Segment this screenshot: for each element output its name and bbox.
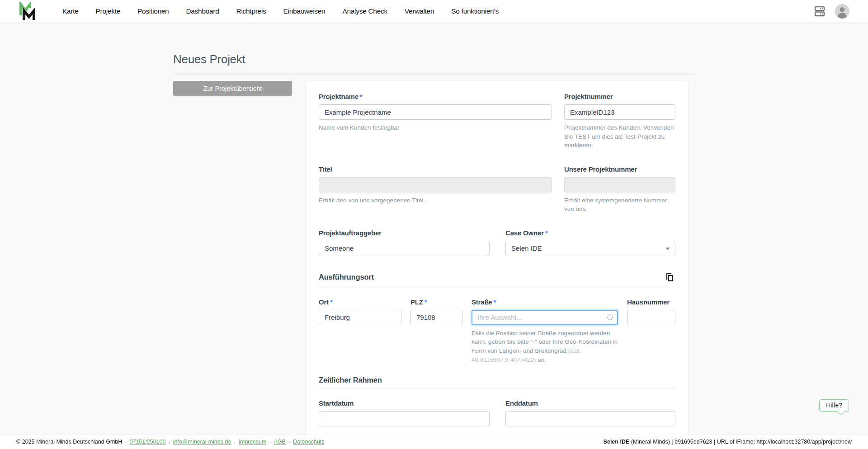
projektnummer-input[interactable] — [564, 104, 675, 120]
projektname-label: Projektname* — [319, 93, 552, 100]
enddatum-input[interactable] — [505, 411, 675, 426]
user-avatar-icon[interactable] — [835, 4, 850, 19]
ort-label: Ort* — [319, 298, 401, 306]
required-asterisk: * — [360, 93, 363, 100]
field-case-owner: Case Owner* Selen IDE — [505, 229, 675, 256]
field-hausnummer: Hausnummer — [627, 298, 675, 364]
strasse-hint: Falls die Position keiner Straße zugeord… — [472, 329, 618, 364]
startdatum-label: Startdatum — [319, 399, 490, 407]
hausnummer-input[interactable] — [627, 310, 675, 325]
field-ort: Ort* — [319, 298, 401, 364]
unsere-projektnummer-label: Unsere Projektnummer — [564, 165, 675, 173]
nav-item-projekte[interactable]: Projekte — [96, 7, 120, 15]
footer-left: © 2025 Mineral Minds Deutschland GmbH · … — [16, 439, 325, 445]
help-button[interactable]: Hilfe? — [819, 399, 849, 412]
top-nav: Karte Projekte Positionen Dashboard Rich… — [0, 0, 868, 23]
section-divider — [319, 287, 675, 287]
footer-email-link[interactable]: info@mineral-minds.de — [173, 439, 231, 445]
required-asterisk: * — [330, 298, 333, 306]
plz-input[interactable] — [410, 310, 462, 325]
case-owner-select[interactable]: Selen IDE — [505, 241, 675, 256]
field-startdatum: Startdatum — [319, 399, 490, 426]
field-projektname: Projektname* Name vom Kunden festlegbar — [319, 93, 552, 150]
footer-copyright: © 2025 Mineral Minds Deutschland GmbH — [16, 439, 122, 445]
field-strasse: Straße* Falls die Position keiner Straße… — [472, 298, 618, 364]
case-owner-label: Case Owner* — [505, 229, 675, 237]
main-area: Neues Projekt Zur Projektübersicht Proje… — [0, 23, 868, 435]
footer-datenschutz-link[interactable]: Datenschutz — [293, 439, 324, 445]
field-projektnummer: Projektnummer Projektnummer des Kunden. … — [564, 93, 675, 150]
loading-spinner-icon — [607, 314, 613, 320]
nav-item-dashboard[interactable]: Dashboard — [186, 7, 219, 15]
plz-label: PLZ* — [410, 298, 462, 306]
case-owner-selected-value: Selen IDE — [511, 244, 542, 252]
nav-item-einbauweisen[interactable]: Einbauweisen — [283, 7, 325, 15]
main-menu: Karte Projekte Positionen Dashboard Rich… — [62, 7, 499, 15]
help-button-label: Hilfe? — [826, 402, 842, 409]
footer-phone-link[interactable]: 07151/250100 — [130, 439, 166, 445]
projektnummer-label: Projektnummer — [564, 93, 675, 100]
nav-item-analyse-check[interactable]: Analyse Check — [342, 7, 387, 15]
strasse-label: Straße* — [472, 298, 618, 306]
copy-icon[interactable] — [664, 271, 675, 283]
left-column: Zur Projektübersicht — [173, 81, 306, 96]
server-icon[interactable] — [812, 4, 827, 19]
nav-item-richtpreis[interactable]: Richtpreis — [236, 7, 266, 15]
back-to-project-overview-button[interactable]: Zur Projektübersicht — [173, 81, 292, 96]
section-divider — [319, 388, 675, 388]
strasse-input[interactable] — [472, 310, 618, 325]
nav-item-so-funktionierts[interactable]: So funktioniert's — [451, 7, 499, 15]
nav-item-verwalten[interactable]: Verwalten — [405, 7, 434, 15]
titel-label: Titel — [319, 165, 552, 173]
footer-agb-link[interactable]: AGB — [274, 439, 286, 445]
projektname-hint: Name vom Kunden festlegbar — [319, 123, 552, 132]
chevron-down-icon — [665, 248, 670, 250]
required-asterisk: * — [545, 229, 548, 237]
nav-item-karte[interactable]: Karte — [62, 7, 79, 15]
titel-hint: Erhält den von uns vorgegebenen Titel. — [319, 196, 552, 205]
section-title-zeitlicher-rahmen: Zeitlicher Rahmen — [319, 376, 382, 384]
footer-session-info: Selen IDE (Mineral Minds) | b91695ed7623… — [604, 439, 852, 445]
projektnummer-hint: Projektnummer des Kunden. Verwenden Sie … — [564, 123, 675, 150]
enddatum-label: Enddatum — [505, 399, 675, 407]
projektname-input[interactable] — [319, 104, 552, 120]
field-plz: PLZ* — [410, 298, 462, 364]
mineral-minds-logo-icon[interactable] — [18, 2, 38, 21]
nav-item-positionen[interactable]: Positionen — [137, 7, 169, 15]
hausnummer-label: Hausnummer — [627, 298, 675, 306]
unsere-projektnummer-input — [564, 177, 675, 192]
title-divider — [173, 75, 695, 75]
section-title-ausfuehrungsort: Ausführungsort — [319, 273, 374, 281]
field-titel: Titel Erhält den von uns vorgegebenen Ti… — [319, 165, 552, 214]
projektauftraggeber-input[interactable] — [319, 241, 490, 256]
titel-input — [319, 177, 552, 192]
field-enddatum: Enddatum — [505, 399, 675, 426]
project-form-card: Projektname* Name vom Kunden festlegbar … — [306, 81, 688, 435]
field-projektauftraggeber: Projektauftraggeber — [319, 229, 490, 256]
startdatum-input[interactable] — [319, 411, 490, 426]
projektauftraggeber-label: Projektauftraggeber — [319, 229, 490, 237]
footer-impressum-link[interactable]: Impressum — [239, 439, 267, 445]
page-title: Neues Projekt — [173, 52, 695, 66]
footer-user-name: Selen IDE — [604, 439, 630, 445]
footer: © 2025 Mineral Minds Deutschland GmbH · … — [0, 435, 868, 449]
required-asterisk: * — [494, 298, 496, 306]
nav-right-icons — [812, 4, 850, 19]
ort-input[interactable] — [319, 310, 401, 325]
unsere-projektnummer-hint: Erhält eine systemgenerierte Nummer von … — [564, 196, 675, 214]
field-unsere-projektnummer: Unsere Projektnummer Erhält eine systemg… — [564, 165, 675, 214]
required-asterisk: * — [425, 298, 427, 306]
